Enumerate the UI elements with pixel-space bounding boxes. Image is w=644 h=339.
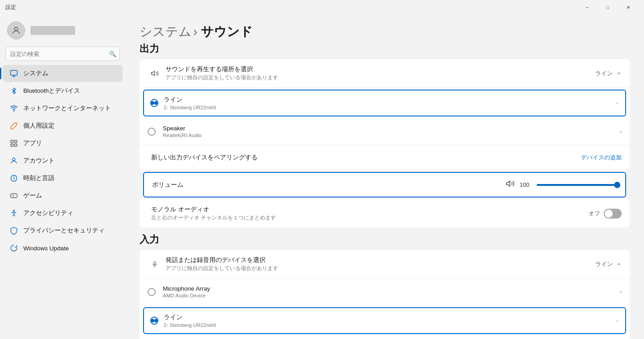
speaker-icon: [148, 69, 162, 77]
volume-row: ボリューム 100: [144, 173, 625, 197]
volume-card: ボリューム 100: [143, 172, 626, 197]
titlebar: 設定 ─ □ ✕: [0, 0, 644, 14]
output-select-title: サウンドを再生する場所を選択: [165, 65, 595, 73]
volume-slider[interactable]: [537, 184, 617, 186]
sidebar-item-system[interactable]: システム: [3, 65, 123, 82]
output-pair-row: 新しい出力デバイスをペアリングする デバイスの追加: [140, 145, 630, 170]
input-section: 入力 発話または録音用のデバイスを選択 アプリに独自の設定をし: [140, 233, 630, 339]
input-heading: 入力: [140, 233, 630, 246]
svg-rect-1: [11, 70, 17, 75]
device-name-line-out: ライン: [164, 96, 616, 104]
sidebar-label-bluetooth: Bluetoothとデバイス: [23, 87, 80, 95]
output-device-card: サウンドを再生する場所を選択 アプリに独自の設定をしている場合があります ライン: [140, 59, 630, 170]
sidebar-item-apps[interactable]: アプリ: [3, 135, 123, 152]
volume-icon: [505, 179, 515, 190]
output-add-device-btn[interactable]: デバイスの追加: [581, 153, 622, 163]
breadcrumb-current: サウンド: [201, 25, 253, 39]
output-pair-content: 新しい出力デバイスをペアリングする: [148, 154, 581, 162]
sidebar-label-privacy: プライバシーとセキュリティ: [23, 227, 105, 235]
shield-icon: [10, 227, 18, 235]
brush-icon: [10, 122, 18, 130]
svg-point-0: [14, 27, 17, 30]
mono-toggle[interactable]: [604, 209, 622, 219]
output-selected-label: ライン: [595, 69, 613, 77]
wifi-icon: [10, 104, 18, 112]
input-select-right: ライン: [595, 260, 622, 268]
sidebar-label-system: システム: [23, 69, 48, 77]
svg-rect-3: [11, 140, 13, 142]
search-box[interactable]: 🔍: [5, 47, 120, 61]
device-name-mic-array: Microphone Array: [163, 285, 620, 292]
device-chevron-line-out: ›: [616, 100, 618, 106]
close-button[interactable]: ✕: [618, 0, 639, 14]
input-select-title: 発話または録音用のデバイスを選択: [165, 256, 595, 264]
device-chevron-mic-array: ›: [620, 289, 622, 295]
device-detail-line-in: 2- Steinberg UR22mkII: [164, 322, 616, 328]
mono-right: オフ: [589, 209, 622, 219]
sidebar-label-time: 時刻と言語: [23, 174, 55, 182]
device-text-line-in: ライン 2- Steinberg UR22mkII: [164, 313, 616, 328]
volume-controls: 100: [505, 179, 617, 190]
device-chevron-speaker: ›: [620, 129, 622, 135]
svg-point-2: [13, 111, 14, 112]
svg-rect-13: [154, 262, 156, 265]
svg-marker-12: [507, 181, 510, 186]
person-icon: [10, 157, 18, 165]
chevron-up-icon: [616, 71, 622, 76]
output-section: 出力 サウンドを再生する場所を選択 アプリに独自の設定をしている場合があります: [140, 42, 630, 227]
sidebar-item-network[interactable]: ネットワークとインターネット: [3, 100, 123, 117]
update-icon: [10, 244, 18, 252]
sidebar-item-windows-update[interactable]: Windows Update: [3, 240, 123, 257]
clock-icon: [10, 174, 18, 182]
mono-card: モノラル オーディオ 左と右のオーディオ チャンネルを１つにまとめます オフ: [140, 199, 630, 227]
input-device-card: 発話または録音用のデバイスを選択 アプリに独自の設定をしている場合があります ラ…: [140, 250, 630, 339]
search-icon: 🔍: [109, 51, 116, 57]
device-option-line-in[interactable]: ライン 2- Steinberg UR22mkII ›: [143, 307, 626, 334]
sidebar-item-personalize[interactable]: 個人用設定: [3, 117, 123, 134]
device-option-mic-array[interactable]: Microphone Array AMD Audio Device ›: [140, 279, 630, 305]
svg-rect-5: [11, 144, 13, 146]
chevron-up-icon-2: [616, 262, 622, 267]
breadcrumb: システム › サウンド: [140, 23, 630, 40]
main-content: システム › サウンド 出力: [125, 14, 644, 339]
svg-rect-6: [15, 144, 17, 146]
input-select-row: 発話または録音用のデバイスを選択 アプリに独自の設定をしている場合があります ラ…: [140, 250, 630, 279]
search-input[interactable]: [5, 47, 120, 61]
device-option-speaker[interactable]: Speaker Realtek(R) Audio ›: [140, 118, 630, 145]
minimize-button[interactable]: ─: [577, 0, 597, 14]
device-chevron-line-in: ›: [616, 318, 618, 324]
sidebar-item-accessibility[interactable]: アクセシビリティ: [3, 205, 123, 222]
output-select-row: サウンドを再生する場所を選択 アプリに独自の設定をしている場合があります ライン: [140, 59, 630, 88]
input-pair-row: 新しい入力デバイスをペアリングする デバイスの追加: [140, 336, 630, 339]
system-icon: [10, 69, 18, 77]
sidebar-item-privacy[interactable]: プライバシーとセキュリティ: [3, 222, 123, 239]
input-select-subtitle: アプリに独自の設定をしている場合があります: [165, 265, 595, 272]
sidebar-item-time[interactable]: 時刻と言語: [3, 170, 123, 187]
maximize-button[interactable]: □: [597, 0, 618, 14]
svg-point-7: [13, 158, 15, 161]
mono-subtitle: 左と右のオーディオ チャンネルを１つにまとめます: [151, 215, 589, 221]
device-option-line-out[interactable]: ライン 2- Steinberg UR22mkII ›: [143, 90, 626, 116]
avatar: [7, 21, 25, 39]
content-area: 🔍 システム Bluetoothとデ: [0, 14, 644, 339]
window-controls: ─ □ ✕: [577, 0, 639, 14]
svg-rect-4: [15, 140, 17, 142]
output-pair-right: デバイスの追加: [581, 153, 622, 163]
sidebar-label-accessibility: アクセシビリティ: [23, 209, 73, 217]
breadcrumb-separator: ›: [193, 25, 201, 39]
sidebar-item-gaming[interactable]: ゲーム: [3, 187, 123, 204]
output-select-right: ライン: [595, 69, 622, 77]
sidebar-item-accounts[interactable]: アカウント: [3, 152, 123, 169]
device-text-mic-array: Microphone Array AMD Audio Device: [163, 285, 620, 298]
microphone-icon: [148, 259, 162, 269]
mono-content: モノラル オーディオ 左と右のオーディオ チャンネルを１つにまとめます: [148, 206, 589, 221]
game-icon: [10, 192, 18, 200]
device-detail-line-out: 2- Steinberg UR22mkII: [164, 105, 616, 110]
user-profile: [0, 14, 125, 45]
output-select-content: サウンドを再生する場所を選択 アプリに独自の設定をしている場合があります: [162, 65, 595, 81]
accessibility-icon: [10, 209, 18, 217]
sidebar-item-bluetooth[interactable]: Bluetoothとデバイス: [3, 82, 123, 99]
device-name-speaker: Speaker: [163, 125, 620, 132]
radio-speaker: [148, 128, 156, 136]
device-detail-mic-array: AMD Audio Device: [163, 293, 620, 298]
